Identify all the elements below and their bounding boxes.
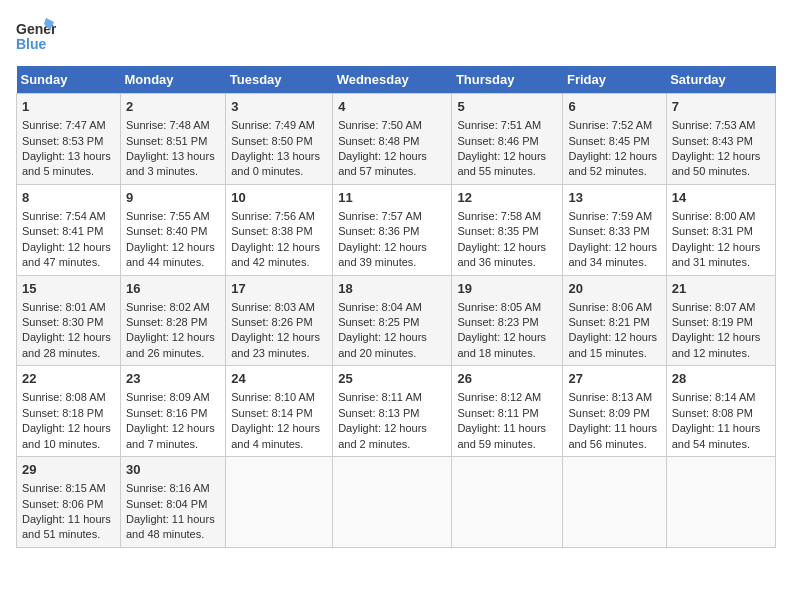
daylight-text: Daylight: 12 hours and 42 minutes. (231, 241, 320, 268)
daylight-text: Daylight: 12 hours and 47 minutes. (22, 241, 111, 268)
daylight-text: Daylight: 12 hours and 36 minutes. (457, 241, 546, 268)
header-cell-tuesday: Tuesday (226, 66, 333, 94)
day-number: 24 (231, 370, 327, 388)
day-cell: 29Sunrise: 8:15 AMSunset: 8:06 PMDayligh… (17, 457, 121, 548)
sunset-text: Sunset: 8:13 PM (338, 407, 419, 419)
day-cell: 3Sunrise: 7:49 AMSunset: 8:50 PMDaylight… (226, 94, 333, 185)
day-number: 6 (568, 98, 660, 116)
day-number: 25 (338, 370, 446, 388)
day-cell: 17Sunrise: 8:03 AMSunset: 8:26 PMDayligh… (226, 275, 333, 366)
daylight-text: Daylight: 12 hours and 4 minutes. (231, 422, 320, 449)
daylight-text: Daylight: 13 hours and 0 minutes. (231, 150, 320, 177)
day-number: 28 (672, 370, 770, 388)
day-cell: 7Sunrise: 7:53 AMSunset: 8:43 PMDaylight… (666, 94, 775, 185)
sunset-text: Sunset: 8:33 PM (568, 225, 649, 237)
day-number: 2 (126, 98, 220, 116)
sunrise-text: Sunrise: 8:16 AM (126, 482, 210, 494)
daylight-text: Daylight: 12 hours and 26 minutes. (126, 331, 215, 358)
day-number: 11 (338, 189, 446, 207)
sunset-text: Sunset: 8:08 PM (672, 407, 753, 419)
sunrise-text: Sunrise: 7:50 AM (338, 119, 422, 131)
day-number: 1 (22, 98, 115, 116)
sunrise-text: Sunrise: 7:52 AM (568, 119, 652, 131)
sunrise-text: Sunrise: 7:49 AM (231, 119, 315, 131)
day-cell: 27Sunrise: 8:13 AMSunset: 8:09 PMDayligh… (563, 366, 666, 457)
sunset-text: Sunset: 8:21 PM (568, 316, 649, 328)
header-cell-thursday: Thursday (452, 66, 563, 94)
sunrise-text: Sunrise: 8:05 AM (457, 301, 541, 313)
day-cell: 28Sunrise: 8:14 AMSunset: 8:08 PMDayligh… (666, 366, 775, 457)
day-number: 23 (126, 370, 220, 388)
day-number: 5 (457, 98, 557, 116)
header-row: SundayMondayTuesdayWednesdayThursdayFrid… (17, 66, 776, 94)
day-number: 9 (126, 189, 220, 207)
day-cell (666, 457, 775, 548)
sunset-text: Sunset: 8:19 PM (672, 316, 753, 328)
sunrise-text: Sunrise: 8:03 AM (231, 301, 315, 313)
week-row-2: 8Sunrise: 7:54 AMSunset: 8:41 PMDaylight… (17, 184, 776, 275)
day-cell: 24Sunrise: 8:10 AMSunset: 8:14 PMDayligh… (226, 366, 333, 457)
daylight-text: Daylight: 11 hours and 48 minutes. (126, 513, 215, 540)
day-cell: 10Sunrise: 7:56 AMSunset: 8:38 PMDayligh… (226, 184, 333, 275)
day-cell: 30Sunrise: 8:16 AMSunset: 8:04 PMDayligh… (120, 457, 225, 548)
day-number: 20 (568, 280, 660, 298)
daylight-text: Daylight: 12 hours and 50 minutes. (672, 150, 761, 177)
day-cell: 4Sunrise: 7:50 AMSunset: 8:48 PMDaylight… (333, 94, 452, 185)
sunrise-text: Sunrise: 8:02 AM (126, 301, 210, 313)
sunset-text: Sunset: 8:38 PM (231, 225, 312, 237)
sunrise-text: Sunrise: 7:57 AM (338, 210, 422, 222)
day-cell: 20Sunrise: 8:06 AMSunset: 8:21 PMDayligh… (563, 275, 666, 366)
day-cell: 12Sunrise: 7:58 AMSunset: 8:35 PMDayligh… (452, 184, 563, 275)
daylight-text: Daylight: 12 hours and 57 minutes. (338, 150, 427, 177)
day-cell: 8Sunrise: 7:54 AMSunset: 8:41 PMDaylight… (17, 184, 121, 275)
day-number: 16 (126, 280, 220, 298)
week-row-1: 1Sunrise: 7:47 AMSunset: 8:53 PMDaylight… (17, 94, 776, 185)
sunrise-text: Sunrise: 7:58 AM (457, 210, 541, 222)
sunset-text: Sunset: 8:30 PM (22, 316, 103, 328)
sunrise-text: Sunrise: 7:55 AM (126, 210, 210, 222)
day-cell: 15Sunrise: 8:01 AMSunset: 8:30 PMDayligh… (17, 275, 121, 366)
sunset-text: Sunset: 8:25 PM (338, 316, 419, 328)
calendar-body: 1Sunrise: 7:47 AMSunset: 8:53 PMDaylight… (17, 94, 776, 548)
sunrise-text: Sunrise: 7:56 AM (231, 210, 315, 222)
day-cell: 11Sunrise: 7:57 AMSunset: 8:36 PMDayligh… (333, 184, 452, 275)
sunset-text: Sunset: 8:46 PM (457, 135, 538, 147)
day-cell: 22Sunrise: 8:08 AMSunset: 8:18 PMDayligh… (17, 366, 121, 457)
sunset-text: Sunset: 8:51 PM (126, 135, 207, 147)
daylight-text: Daylight: 12 hours and 2 minutes. (338, 422, 427, 449)
day-cell: 2Sunrise: 7:48 AMSunset: 8:51 PMDaylight… (120, 94, 225, 185)
svg-text:Blue: Blue (16, 36, 47, 52)
day-number: 12 (457, 189, 557, 207)
sunset-text: Sunset: 8:45 PM (568, 135, 649, 147)
sunset-text: Sunset: 8:26 PM (231, 316, 312, 328)
sunrise-text: Sunrise: 8:13 AM (568, 391, 652, 403)
sunrise-text: Sunrise: 8:00 AM (672, 210, 756, 222)
day-cell: 5Sunrise: 7:51 AMSunset: 8:46 PMDaylight… (452, 94, 563, 185)
header-cell-sunday: Sunday (17, 66, 121, 94)
daylight-text: Daylight: 11 hours and 51 minutes. (22, 513, 111, 540)
sunrise-text: Sunrise: 8:06 AM (568, 301, 652, 313)
day-cell (226, 457, 333, 548)
daylight-text: Daylight: 12 hours and 10 minutes. (22, 422, 111, 449)
day-number: 30 (126, 461, 220, 479)
sunrise-text: Sunrise: 7:51 AM (457, 119, 541, 131)
day-number: 29 (22, 461, 115, 479)
week-row-3: 15Sunrise: 8:01 AMSunset: 8:30 PMDayligh… (17, 275, 776, 366)
sunrise-text: Sunrise: 8:08 AM (22, 391, 106, 403)
daylight-text: Daylight: 12 hours and 44 minutes. (126, 241, 215, 268)
day-cell: 9Sunrise: 7:55 AMSunset: 8:40 PMDaylight… (120, 184, 225, 275)
daylight-text: Daylight: 12 hours and 18 minutes. (457, 331, 546, 358)
day-number: 22 (22, 370, 115, 388)
day-number: 19 (457, 280, 557, 298)
logo-icon: General Blue (16, 16, 56, 54)
sunrise-text: Sunrise: 8:04 AM (338, 301, 422, 313)
day-cell (452, 457, 563, 548)
day-cell: 16Sunrise: 8:02 AMSunset: 8:28 PMDayligh… (120, 275, 225, 366)
sunrise-text: Sunrise: 8:11 AM (338, 391, 422, 403)
header-cell-saturday: Saturday (666, 66, 775, 94)
daylight-text: Daylight: 11 hours and 54 minutes. (672, 422, 761, 449)
day-number: 4 (338, 98, 446, 116)
day-cell: 14Sunrise: 8:00 AMSunset: 8:31 PMDayligh… (666, 184, 775, 275)
sunrise-text: Sunrise: 8:01 AM (22, 301, 106, 313)
sunrise-text: Sunrise: 8:15 AM (22, 482, 106, 494)
